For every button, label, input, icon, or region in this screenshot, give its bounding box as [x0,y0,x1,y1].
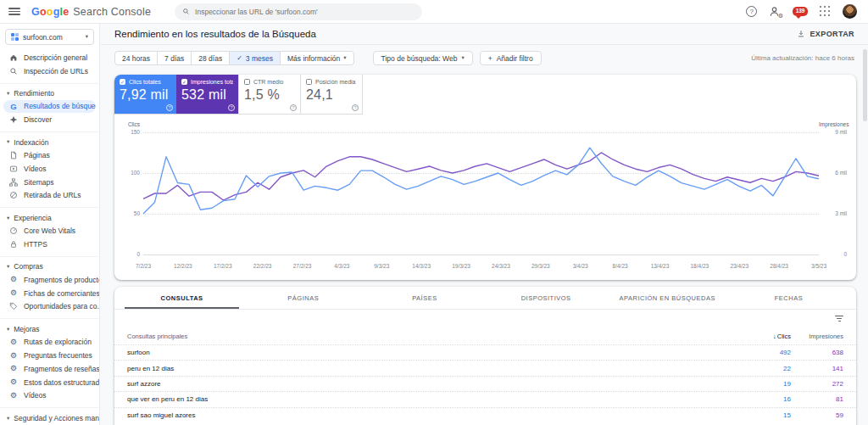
sidebar-section-header[interactable]: ▾Rendimiento [0,87,99,100]
clicks-cell[interactable]: 22 [747,365,791,372]
impressions-cell[interactable]: 59 [791,411,843,419]
gear-icon: ⚙ [9,338,18,346]
checkbox-icon: ✓ [120,79,125,85]
clicks-column-header[interactable]: ↓Clics [747,333,791,340]
sidebar-item-estos-datos-estructurad[interactable]: ⚙Estos datos estructurad... [0,376,99,389]
table-row[interactable]: surfoon492638 [114,344,856,360]
removal-icon [9,191,18,199]
sidebar-item-core-web-vitals[interactable]: Core Web Vitals [0,224,99,238]
clicks-cell[interactable]: 16 [747,395,791,403]
chart: Clics Impresiones 150100500 9 mil6 mil3 … [123,120,849,277]
search-input[interactable] [195,8,415,16]
sidebar-section-header[interactable]: ▾Seguridad y Acciones manuales [0,411,99,424]
table-row[interactable]: surf azzore19272 [114,376,856,391]
more-info-option[interactable]: Más información▾ [281,52,353,64]
sidebar-section: ▾Mejoras⚙Rutas de exploración⚙Preguntas … [0,318,99,402]
x-tick-label: 17/2/23 [214,263,232,269]
impressions-cell[interactable]: 272 [791,380,843,388]
account-settings-icon[interactable]: ⚙ [769,6,781,18]
clicks-cell[interactable]: 15 [747,411,791,419]
tab-consultas[interactable]: CONSULTAS [121,287,242,309]
sidebar-section-header[interactable]: ▾Indexación [0,136,99,148]
tab-dispositivos[interactable]: DISPOSITIVOS [486,287,607,309]
sidebar-item-inspección-de-urls[interactable]: Inspección de URLs [0,64,99,78]
sidebar: surfoon.com ▾ Descripción generalInspecc… [0,24,100,425]
metric-card-clics-totales[interactable]: ✓Clics totales7,92 mil? [114,75,176,114]
sidebar-item-sitemaps[interactable]: Sitemaps [0,176,99,189]
sidebar-section-header[interactable]: ▾Compras [0,260,99,273]
y-tick-label: 0 [819,252,848,258]
metric-card-impresiones-total[interactable]: ✓Impresiones total..532 mil? [176,75,238,114]
x-tick-label: 28/4/23 [770,263,788,269]
sidebar-item-fragmentos-de-reseñas[interactable]: ⚙Fragmentos de reseñas [0,362,99,376]
sidebar-item-descripción-general[interactable]: Descripción general [0,51,99,64]
google-logo[interactable]: GoogleSearch Console [31,6,151,18]
sidebar-item-https[interactable]: HTTPS [0,238,99,251]
tag-icon [9,302,18,310]
metric-card-ctr-medio[interactable]: CTR medio1,5 %? [238,75,300,114]
metric-label: Posición media [315,79,355,85]
tab-fechas[interactable]: FECHAS [728,287,849,309]
sidebar-section-header[interactable]: ▾Mejoras [0,322,99,335]
help-icon[interactable]: ? [746,6,757,17]
filter-list-icon[interactable] [835,316,843,322]
sidebar-section-header[interactable]: ▾Experiencia [0,211,99,224]
sidebar-item-fichas-de-comerciantes[interactable]: ⚙Fichas de comerciantes [0,287,99,300]
sidebar-section-title: Indexación [14,138,48,147]
sidebar-section: ▾Compras⚙Fragmentos de productos⚙Fichas … [0,256,99,313]
tab-páginas[interactable]: PÁGINAS [242,287,364,309]
date-option-28-días[interactable]: 28 días [192,52,230,64]
table-row[interactable]: peru en 12 dias22141 [114,360,856,375]
sidebar-item-label: Páginas [24,151,50,159]
sidebar-item-label: Estos datos estructurad... [24,378,99,387]
x-tick-label: 12/2/23 [174,263,192,269]
clicks-cell[interactable]: 492 [747,349,791,356]
sidebar-item-resultados-de-búsqueda[interactable]: GResultados de búsqueda [3,100,96,114]
sidebar-item-fragmentos-de-productos[interactable]: ⚙Fragmentos de productos [0,273,99,287]
sidebar-item-preguntas-frecuentes[interactable]: ⚙Preguntas frecuentes [0,349,99,362]
date-option-24-horas[interactable]: 24 horas [115,52,158,64]
date-option-7-días[interactable]: 7 días [158,52,192,64]
clicks-cell[interactable]: 19 [747,380,791,388]
impressions-column-header[interactable]: Impresiones [791,333,843,340]
sidebar-item-vídeos[interactable]: ⚙Vídeos [0,389,99,403]
sidebar-item-vídeos[interactable]: Vídeos [0,162,99,176]
sidebar-section-title: Rendimiento [14,89,54,98]
property-selector[interactable]: surfoon.com ▾ [5,29,94,45]
export-button[interactable]: EXPORTAR [797,30,854,38]
sidebar-item-oportunidades-para-co[interactable]: Oportunidades para co... [0,300,99,314]
notification-badge[interactable]: 139 [793,7,808,17]
impressions-cell[interactable]: 638 [791,349,843,356]
table-row[interactable]: que ver en peru en 12 dias1681 [114,391,856,406]
chevron-down-icon: ▾ [7,91,9,97]
metric-label-row: ✓Impresiones total.. [181,79,233,85]
search-type-chip[interactable]: Tipo de búsqueda: Web ▾ [373,51,473,65]
date-option-3-meses[interactable]: ✓3 meses [230,52,281,64]
sidebar-item-discover[interactable]: Discover [0,113,99,126]
gear-icon: ⚙ [9,392,18,400]
checkbox-icon: ✓ [181,79,187,85]
metric-value: 24,1 [306,87,357,103]
tab-países[interactable]: PAÍSES [364,287,485,309]
date-option-label: 24 horas [122,54,150,63]
top-app-bar: GoogleSearch Console ? ⚙ 139 [0,0,868,24]
apps-grid-icon[interactable] [820,6,831,17]
sidebar-item-páginas[interactable]: Páginas [0,148,99,162]
metric-card-posición-media[interactable]: Posición media24,1? [300,75,362,114]
metric-value: 1,5 % [244,87,295,103]
hamburger-menu-icon[interactable] [8,6,20,18]
sidebar-section: ▾RendimientoGResultados de búsquedaDisco… [0,83,99,127]
url-inspection-searchbox[interactable] [175,3,422,20]
vertical-scrollbar[interactable] [863,49,867,121]
metric-label-row: Posición media [306,79,357,85]
sidebar-item-rutas-de-exploración[interactable]: ⚙Rutas de exploración [0,335,99,349]
add-filter-chip[interactable]: + Añadir filtro [480,51,542,65]
sidebar-section: ▾ExperienciaCore Web VitalsHTTPS [0,207,99,251]
avatar[interactable] [843,4,857,19]
tab-aparición-en-búsquedas[interactable]: APARICIÓN EN BÚSQUEDAS [607,287,728,309]
page-icon [9,151,18,159]
impressions-cell[interactable]: 81 [791,395,843,403]
impressions-cell[interactable]: 141 [791,365,843,372]
table-row[interactable]: surf sao miguel azores1559 [114,407,856,422]
sidebar-item-retirada-de-urls[interactable]: Retirada de URLs [0,189,99,203]
